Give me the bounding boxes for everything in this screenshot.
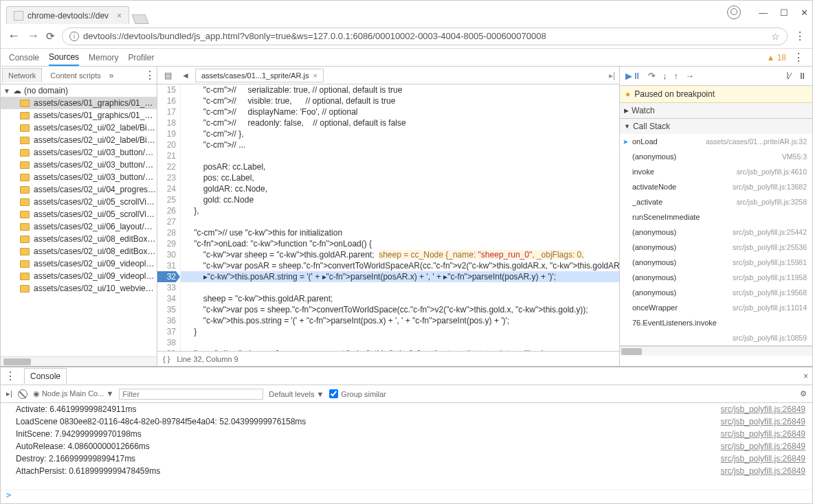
drawer-menu-icon[interactable]: ⋮ (5, 371, 16, 382)
resume-button[interactable]: ▶⏸ (625, 71, 641, 81)
browser-menu-icon[interactable]: ⋮ (794, 31, 805, 42)
navigator-tab-network[interactable]: Network (2, 68, 42, 82)
close-file-icon[interactable]: × (313, 71, 317, 80)
step-over-button[interactable]: ↷ (648, 71, 656, 81)
step-out-button[interactable]: ↑ (674, 71, 679, 81)
navigator-scrollbar[interactable] (1, 356, 157, 366)
deactivate-breakpoints-icon[interactable]: ⌇⁄ (786, 71, 791, 81)
log-entry[interactable]: AttachPersist: 0.6189999999478459mssrc/j… (1, 465, 812, 477)
console-sidebar-icon[interactable]: ▸| (6, 389, 12, 398)
stack-frame[interactable]: (anonymous)VM55:3 (620, 149, 812, 164)
tree-file-item[interactable]: assets/cases/02_ui/09_videoplayer/VideoP… (1, 257, 157, 270)
tab-sources[interactable]: Sources (49, 52, 79, 66)
back-button[interactable]: ← (8, 29, 20, 43)
stack-frame[interactable]: invokesrc/jsb_polyfill.js:4610 (620, 164, 812, 179)
account-icon[interactable] (727, 5, 741, 19)
new-tab-button[interactable] (132, 14, 149, 24)
reload-button[interactable]: ⟳ (46, 30, 55, 43)
group-similar-checkbox[interactable]: Group similar (329, 389, 386, 398)
tree-file-item[interactable]: assets/cases/02_ui/08_editBox/EditBox.js (1, 233, 157, 245)
history-back-icon[interactable]: ◄ (177, 71, 194, 80)
tree-file-item[interactable]: assets/cases/02_ui/05_scrollView/ListVie… (1, 208, 157, 220)
site-info-icon[interactable]: i (69, 32, 79, 41)
tab-profiler[interactable]: Profiler (128, 53, 154, 62)
braces-icon[interactable]: { } (163, 355, 170, 363)
tree-root[interactable]: ▼ ☁ (no domain) (1, 84, 157, 97)
warning-count[interactable]: ▲ 18 (766, 53, 786, 62)
step-into-button[interactable]: ↓ (662, 71, 667, 81)
file-tree[interactable]: ▼ ☁ (no domain) assets/cases/01_graphics… (1, 84, 157, 356)
stack-frame[interactable]: onceWrappersrc/jsb_polyfill.js:11014 (620, 300, 812, 315)
stack-frame[interactable]: src/jsb_polyfill.js:10859 (620, 330, 812, 345)
log-source-link[interactable]: src/jsb_polyfill.js:26849 (721, 429, 805, 439)
stack-frame[interactable]: (anonymous)src/jsb_polyfill.js:25536 (620, 240, 812, 255)
address-bar[interactable]: i devtools://devtools/bundled/js_app.htm… (62, 27, 788, 45)
bookmark-star-icon[interactable]: ☆ (771, 31, 780, 42)
tree-file-item[interactable]: assets/cases/02_ui/03_button/ButtonTrans… (1, 171, 157, 183)
tree-file-item[interactable]: assets/cases/02_ui/05_scrollView/Item.js (1, 196, 157, 208)
navigator-menu-icon[interactable]: ⋮ (144, 70, 155, 81)
tree-file-item[interactable]: assets/cases/02_ui/03_button/ButtonInter… (1, 159, 157, 171)
tree-file-item[interactable]: assets/cases/02_ui/06_layout/LayoutGrid.… (1, 220, 157, 233)
watch-section[interactable]: ▶Watch (620, 103, 812, 119)
console-prompt[interactable]: > (1, 490, 812, 503)
close-tab-icon[interactable]: × (117, 11, 122, 21)
close-window-icon[interactable]: ✕ (801, 8, 808, 18)
tab-memory[interactable]: Memory (89, 53, 118, 62)
tree-file-item[interactable]: assets/cases/02_ui/02_label/BitmapFont.j… (1, 134, 157, 146)
tree-file-item[interactable]: assets/cases/02_ui/10_webview/WebView.js (1, 282, 157, 295)
stack-frame[interactable]: 76.EventListeners.invoke (620, 315, 812, 330)
browser-tab[interactable]: chrome-devtools://dev × (6, 6, 129, 24)
log-entry[interactable]: AutoRelease: 4.08600000012666mssrc/jsb_p… (1, 440, 812, 453)
log-source-link[interactable]: src/jsb_polyfill.js:26849 (721, 442, 805, 451)
tree-file-item[interactable]: assets/cases/02_ui/08_editBox/EditBoxEve… (1, 245, 157, 257)
context-selector[interactable]: ◉ Node.js Main Co... ▼ (33, 389, 114, 398)
minimize-icon[interactable]: — (759, 8, 768, 18)
line-gutter[interactable]: 1516171819202122232425262728293031323334… (157, 84, 181, 351)
stack-frame[interactable]: (anonymous)src/jsb_polyfill.js:19568 (620, 285, 812, 300)
step-button[interactable]: → (685, 71, 694, 81)
log-entry[interactable]: InitScene: 7.942999999970198mssrc/jsb_po… (1, 428, 812, 440)
log-source-link[interactable]: src/jsb_polyfill.js:26849 (721, 404, 805, 414)
tree-file-item[interactable]: assets/cases/01_graphics/01_sprite/AR.js (1, 97, 157, 109)
toggle-debugger-icon[interactable]: ▸| (609, 71, 619, 80)
forward-button[interactable]: → (27, 29, 39, 43)
console-settings-icon[interactable]: ⚙ (800, 389, 807, 398)
toggle-navigator-icon[interactable]: ▤ (160, 71, 176, 80)
navigator-tab-content-scripts[interactable]: Content scripts (45, 69, 106, 82)
stack-frame[interactable]: (anonymous)src/jsb_polyfill.js:15981 (620, 255, 812, 270)
tree-file-item[interactable]: assets/cases/01_graphics/01_sprite/Atlas… (1, 109, 157, 122)
navigator-more-tabs-icon[interactable]: » (109, 71, 114, 80)
devtools-menu-icon[interactable]: ⋮ (793, 52, 804, 63)
stack-frame[interactable]: (anonymous)src/jsb_polyfill.js:11958 (620, 270, 812, 285)
clear-console-icon[interactable] (18, 389, 27, 399)
tree-file-item[interactable]: assets/cases/02_ui/03_button/ButtonClick… (1, 146, 157, 159)
editor-file-tab[interactable]: assets/cases/01...1_sprite/AR.js × (195, 69, 324, 82)
close-drawer-icon[interactable]: × (803, 371, 808, 381)
log-entry[interactable]: Destroy: 2.166999999899417mssrc/jsb_poly… (1, 453, 812, 465)
debugger-scrollbar[interactable] (620, 346, 812, 356)
log-source-link[interactable]: src/jsb_polyfill.js:26849 (721, 454, 805, 463)
callstack-header[interactable]: ▼Call Stack (620, 119, 812, 134)
stack-frame[interactable]: (anonymous)src/jsb_polyfill.js:25442 (620, 225, 812, 240)
log-entry[interactable]: Activate: 6.461999999824911mssrc/jsb_pol… (1, 403, 812, 415)
tree-file-item[interactable]: assets/cases/02_ui/09_videoplayer/VideoP… (1, 270, 157, 282)
code-editor[interactable]: 1516171819202122232425262728293031323334… (157, 84, 619, 351)
log-source-link[interactable]: src/jsb_polyfill.js:26849 (721, 466, 805, 476)
stack-frame[interactable]: onLoadassets/cases/01...prite/AR.js:32 (620, 134, 812, 149)
drawer-tab-console[interactable]: Console (24, 368, 67, 384)
stack-frame[interactable]: runSceneImmediate (620, 209, 812, 225)
console-output[interactable]: Activate: 6.461999999824911mssrc/jsb_pol… (1, 403, 812, 490)
tab-console[interactable]: Console (9, 53, 39, 62)
tree-file-item[interactable]: assets/cases/02_ui/02_label/BitmapFont.j… (1, 122, 157, 134)
stack-frame[interactable]: _activatesrc/jsb_polyfill.js:3258 (620, 194, 812, 209)
tree-file-item[interactable]: assets/cases/02_ui/04_progressbar/Progre… (1, 183, 157, 196)
log-source-link[interactable]: src/jsb_polyfill.js:26849 (721, 417, 805, 426)
pause-on-exceptions-icon[interactable]: ⏸ (798, 71, 807, 81)
log-level-selector[interactable]: Default levels ▼ (269, 390, 324, 398)
maximize-icon[interactable]: ☐ (780, 8, 788, 18)
stack-frame[interactable]: activateNodesrc/jsb_polyfill.js:13682 (620, 179, 812, 194)
collapse-arrow-icon[interactable]: ▼ (3, 87, 10, 95)
console-filter-input[interactable] (119, 389, 263, 400)
log-entry[interactable]: LoadScene 0830ee82-0116-48c4-82e0-89784f… (1, 415, 812, 428)
